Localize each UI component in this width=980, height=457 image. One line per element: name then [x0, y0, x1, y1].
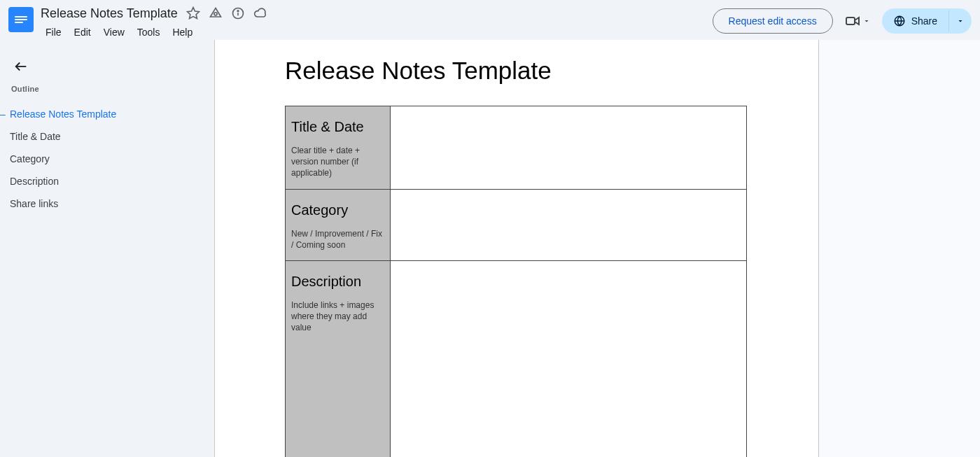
cell-desc: New / Improvement / Fix / Coming soon — [291, 228, 384, 251]
caret-down-icon — [956, 17, 965, 25]
outline-item-release-notes-template[interactable]: Release Notes Template — [8, 103, 206, 125]
document-page: Release Notes Template Title & Date Clea… — [214, 40, 819, 457]
meet-button[interactable] — [841, 8, 874, 34]
svg-point-4 — [237, 10, 239, 12]
outline-sidebar: Outline Release Notes Template Title & D… — [0, 40, 214, 457]
menu-file[interactable]: File — [41, 24, 66, 41]
svg-rect-5 — [846, 17, 855, 24]
table-row: Description Include links + images where… — [286, 260, 747, 457]
share-label: Share — [911, 15, 937, 27]
docs-logo-icon[interactable] — [8, 7, 34, 32]
table-row: Title & Date Clear title + date + versio… — [286, 106, 747, 190]
row-category-label: Category New / Improvement / Fix / Comin… — [286, 189, 391, 260]
outline-item-category[interactable]: Category — [8, 148, 206, 170]
menu-help[interactable]: Help — [167, 24, 197, 41]
topbar-right: Request edit access Share — [713, 8, 972, 34]
cell-desc: Clear title + date + version number (if … — [291, 145, 384, 179]
activity-icon[interactable] — [209, 6, 223, 20]
top-bar: Release Notes Template File Edit View To… — [0, 0, 980, 40]
menu-row: File Edit View Tools Help — [41, 24, 267, 41]
title-row: Release Notes Template — [41, 6, 267, 21]
row-description-value[interactable] — [391, 260, 747, 457]
star-icon[interactable] — [186, 6, 200, 20]
cloud-icon[interactable] — [253, 6, 267, 20]
main-area: Outline Release Notes Template Title & D… — [0, 40, 980, 457]
cell-title: Description — [291, 274, 384, 290]
title-column: Release Notes Template File Edit View To… — [41, 6, 267, 41]
cell-desc: Include links + images where they may ad… — [291, 300, 384, 334]
video-icon — [844, 13, 861, 29]
row-category-value[interactable] — [391, 189, 747, 260]
svg-point-1 — [214, 13, 217, 15]
svg-marker-0 — [187, 8, 199, 19]
share-dropdown[interactable] — [948, 10, 972, 31]
cell-title: Title & Date — [291, 119, 384, 135]
outline-item-title-date[interactable]: Title & Date — [8, 125, 206, 148]
request-edit-access-button[interactable]: Request edit access — [713, 8, 833, 34]
share-button-group[interactable]: Share — [882, 8, 972, 34]
cell-title: Category — [291, 202, 384, 218]
menu-view[interactable]: View — [99, 24, 130, 41]
arrow-left-icon — [13, 59, 29, 74]
menu-edit[interactable]: Edit — [69, 24, 96, 41]
share-button[interactable]: Share — [882, 8, 948, 34]
outline-item-description[interactable]: Description — [8, 170, 206, 192]
caret-down-icon — [862, 17, 871, 25]
template-table: Title & Date Clear title + date + versio… — [285, 106, 747, 457]
menu-tools[interactable]: Tools — [132, 24, 165, 41]
document-canvas[interactable]: Release Notes Template Title & Date Clea… — [214, 40, 980, 457]
doc-title[interactable]: Release Notes Template — [41, 6, 178, 21]
row-title-date-value[interactable] — [391, 106, 747, 190]
outline-item-share-links[interactable]: Share links — [8, 192, 206, 215]
back-button[interactable] — [8, 54, 34, 79]
table-row: Category New / Improvement / Fix / Comin… — [286, 189, 747, 260]
info-icon[interactable] — [231, 6, 245, 20]
outline-heading: Outline — [11, 85, 206, 93]
row-title-date-label: Title & Date Clear title + date + versio… — [286, 106, 391, 190]
globe-icon — [893, 15, 906, 27]
page-heading: Release Notes Template — [285, 57, 751, 85]
row-description-label: Description Include links + images where… — [286, 260, 391, 457]
